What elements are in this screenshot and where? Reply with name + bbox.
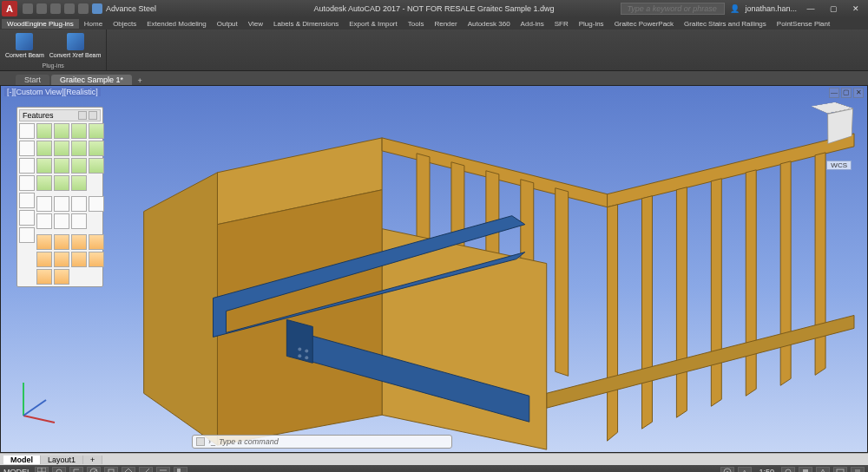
svg-point-23 [305, 349, 308, 352]
app-menu-badge[interactable]: A [2, 1, 17, 16]
qat-advance-steel-icon[interactable] [92, 3, 102, 14]
convert-xref-beam-icon [67, 33, 84, 50]
tab-layout1[interactable]: Layout1 [41, 456, 83, 464]
wcs-label[interactable]: WCS [826, 161, 852, 170]
svg-marker-14 [780, 161, 791, 385]
ribbon-tab-render[interactable]: Render [429, 19, 462, 29]
viewcube[interactable]: RIGHT [813, 103, 850, 140]
doc-tab-start[interactable]: Start [16, 75, 49, 85]
status-annotation-icon[interactable]: A [738, 467, 752, 472]
svg-line-27 [23, 416, 55, 423]
status-polar-icon[interactable] [87, 467, 101, 472]
tab-model[interactable]: Model [3, 456, 41, 464]
status-ortho-icon[interactable] [69, 467, 83, 472]
svg-marker-9 [608, 205, 618, 441]
ribbon-tab-extended-modeling[interactable]: Extended Modeling [141, 19, 212, 29]
svg-marker-11 [676, 187, 687, 417]
status-osnap-icon[interactable] [104, 467, 118, 472]
ribbon-tab-a360[interactable]: Autodesk 360 [463, 19, 516, 29]
ribbon-tab-stairs[interactable]: Graitec Stairs and Railings [679, 19, 772, 29]
svg-marker-7 [556, 188, 569, 377]
ribbon-tab-powerpack[interactable]: Graitec PowerPack [609, 19, 679, 29]
ribbon-panel: Convert Beam Convert Xref Beam Plug-ins [0, 30, 868, 71]
ribbon-tab-view[interactable]: View [243, 19, 268, 29]
minimize-icon[interactable]: — [802, 4, 819, 13]
svg-marker-36 [125, 469, 132, 472]
svg-point-24 [298, 354, 301, 357]
status-snap-icon[interactable] [52, 467, 66, 472]
ribbon-tab-objects[interactable]: Objects [108, 19, 141, 29]
svg-line-28 [23, 400, 46, 416]
ribbon-tab-addins[interactable]: Add-ins [516, 19, 549, 29]
quick-access-toolbar [23, 3, 102, 14]
convert-beam-label: Convert Beam [5, 52, 44, 58]
command-prompt[interactable]: Type a command [219, 437, 279, 446]
qat-label: Advance Steel [106, 4, 156, 13]
maximize-icon[interactable]: ▢ [825, 4, 842, 13]
document-tabs: Start Graitec Sample 1* + [0, 71, 868, 85]
status-lineweight-icon[interactable] [156, 467, 170, 472]
ribbon-tab-home[interactable]: Home [79, 19, 108, 29]
svg-point-25 [305, 356, 308, 359]
svg-marker-18 [217, 190, 382, 445]
ribbon-tab-tools[interactable]: Tools [403, 19, 430, 29]
status-clean-screen-icon[interactable] [833, 467, 847, 472]
status-grid-icon[interactable] [35, 467, 49, 472]
svg-marker-16 [547, 315, 854, 408]
titlebar: A Advance Steel Autodesk AutoCAD 2017 - … [0, 0, 868, 17]
convert-beam-icon [16, 33, 33, 50]
ribbon-tab-woodengine[interactable]: WoodEngine Plug-ins [2, 19, 79, 29]
status-gear-icon[interactable] [781, 467, 795, 472]
status-transparency-icon[interactable] [174, 467, 187, 472]
ribbon-group-plugins: Convert Beam Convert Xref Beam Plug-ins [0, 30, 107, 70]
svg-marker-15 [815, 153, 825, 375]
svg-marker-0 [144, 173, 218, 445]
svg-rect-40 [177, 469, 181, 472]
layout-tabs: Model Layout1 + [0, 453, 868, 465]
ribbon-tab-plugins[interactable]: Plug-ins [574, 19, 609, 29]
user-icon[interactable]: 👤 [730, 4, 740, 13]
viewport[interactable]: [-][Custom View][Realistic] — ▢ ✕ Featur… [0, 85, 868, 453]
qat-undo-icon[interactable] [64, 3, 75, 14]
tab-add-layout-icon[interactable]: + [83, 456, 102, 464]
doc-tab-add-icon[interactable]: + [134, 76, 146, 85]
ucs-icon [13, 374, 65, 426]
ribbon-tab-output[interactable]: Output [212, 19, 243, 29]
qat-save-icon[interactable] [50, 3, 61, 14]
status-hardware-accel-icon[interactable] [816, 467, 830, 472]
command-handle-icon[interactable] [196, 437, 205, 446]
status-model[interactable]: MODEL [3, 468, 31, 472]
status-3dosnap-icon[interactable] [122, 467, 135, 472]
status-workspace-icon[interactable] [720, 467, 734, 472]
command-chevron-icon: ›_ [208, 437, 215, 446]
ribbon-tab-labels[interactable]: Labels & Dimensions [268, 19, 344, 29]
ribbon-group-label: Plug-ins [42, 62, 63, 69]
qat-open-icon[interactable] [36, 3, 47, 14]
ribbon-tab-sfr[interactable]: SFR [549, 19, 574, 29]
model-drawing [1, 86, 867, 453]
ribbon-tab-pointsense[interactable]: PointSense Plant [772, 19, 835, 29]
status-isolate-icon[interactable] [799, 467, 812, 472]
search-input[interactable] [621, 3, 725, 15]
convert-beam-button[interactable]: Convert Beam [3, 31, 46, 62]
user-name[interactable]: jonathan.han... [745, 4, 797, 13]
svg-marker-13 [746, 170, 756, 396]
command-line[interactable]: ›_ Type a command [192, 435, 452, 449]
svg-text:A: A [742, 469, 747, 472]
status-otrack-icon[interactable] [139, 467, 153, 472]
ribbon-tabs: WoodEngine Plug-ins Home Objects Extende… [0, 17, 868, 30]
convert-xref-beam-button[interactable]: Convert Xref Beam [48, 31, 103, 62]
svg-marker-10 [641, 196, 652, 429]
window-title: Autodesk AutoCAD 2017 - NOT FOR RESALE G… [314, 4, 555, 13]
status-scale[interactable]: 1:50 [755, 468, 778, 472]
doc-tab-file[interactable]: Graitec Sample 1* [51, 75, 132, 85]
qat-new-icon[interactable] [23, 3, 33, 14]
status-bar: MODEL A 1:50 [0, 465, 868, 472]
close-icon[interactable]: ✕ [847, 4, 865, 13]
svg-marker-12 [711, 179, 721, 406]
svg-point-22 [298, 347, 301, 351]
qat-redo-icon[interactable] [78, 3, 89, 14]
ribbon-tab-export[interactable]: Export & Import [344, 19, 403, 29]
status-customize-icon[interactable] [851, 467, 865, 472]
convert-xref-beam-label: Convert Xref Beam [49, 52, 102, 58]
